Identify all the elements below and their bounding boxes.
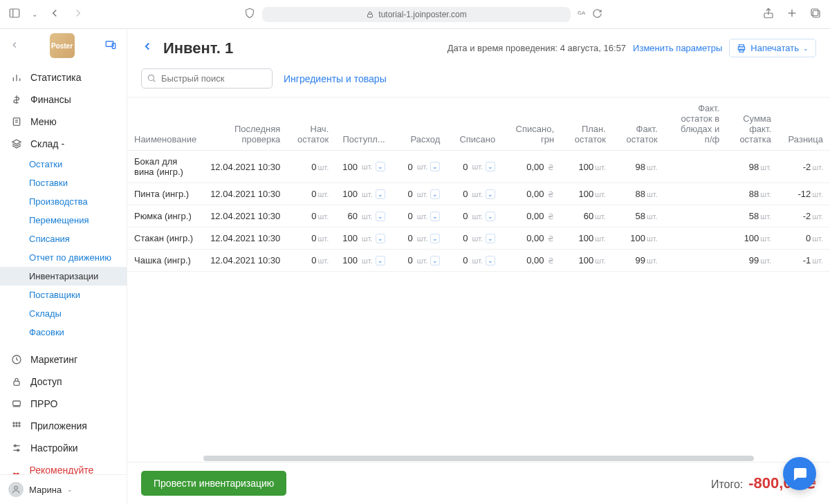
reload-icon[interactable] (592, 8, 602, 21)
nav-finance[interactable]: Финансы (0, 88, 127, 111)
nav-marketing[interactable]: Маркетинг (0, 348, 127, 371)
translate-icon[interactable]: ᴳᴬ (578, 10, 585, 19)
sidebar-toggle-icon[interactable] (8, 7, 21, 21)
nav-sub-movement-report[interactable]: Отчет по движению (0, 248, 127, 267)
table-row[interactable]: Рюмка (ингр.)12.04.2021 10:300шт.60шт.⌄0… (127, 205, 830, 227)
dropdown-icon[interactable]: ⌄ (430, 212, 440, 221)
change-params-link[interactable]: Изменить параметры (633, 43, 722, 53)
th-fact-dish[interactable]: Факт. остаток в блюдах и п/ф (665, 97, 727, 151)
cell-exp: 0шт.⌄ (392, 205, 448, 227)
dropdown-icon[interactable]: ⌄ (486, 256, 495, 265)
cell-fact: 98шт. (613, 151, 665, 183)
nav-sub-ostatki[interactable]: Остатки (0, 155, 127, 174)
cell-fact: 99шт. (613, 250, 665, 272)
nav-back-icon[interactable] (48, 7, 61, 21)
th-exp[interactable]: Расход (392, 97, 448, 151)
dropdown-icon[interactable]: ⌄ (430, 162, 440, 171)
nav-sub-transfers[interactable]: Перемещения (0, 211, 127, 230)
submit-inventory-button[interactable]: Провести инвентаризацию (141, 471, 286, 496)
nav-stats[interactable]: Статистика (0, 66, 127, 88)
th-in[interactable]: Поступл... (335, 97, 391, 151)
dropdown-icon[interactable]: ⌄ (430, 189, 440, 199)
search-input[interactable] (141, 68, 273, 88)
nav-forward-icon[interactable] (72, 7, 84, 21)
dropdown-icon[interactable]: ⌄ (376, 212, 385, 221)
nav-settings[interactable]: Настройки (0, 437, 127, 459)
nav-warehouse[interactable]: Склад - (0, 133, 127, 155)
cell-fact-dish (665, 151, 727, 183)
table-row[interactable]: Пинта (ингр.)12.04.2021 10:300шт.100шт.⌄… (127, 183, 830, 205)
print-button[interactable]: Напечатать ⌄ (729, 39, 816, 57)
nav-sub-packing[interactable]: Фасовки (0, 323, 127, 342)
nav-sub-inventory[interactable]: Инвентаризации (0, 267, 127, 286)
cell-in: 60шт.⌄ (335, 205, 391, 227)
nav-sub-warehouses[interactable]: Склады (0, 304, 127, 323)
nav-menu[interactable]: Меню (0, 111, 127, 133)
cell-in: 100шт.⌄ (335, 250, 391, 272)
page-header: Инвент. 1 Дата и время проведения: 4 авг… (127, 29, 830, 64)
dropdown-icon[interactable]: ⌄ (376, 162, 385, 171)
ingredients-link[interactable]: Ингредиенты и товары (284, 73, 387, 84)
dropdown-icon[interactable]: ⌄ (486, 189, 495, 199)
dropdown-icon[interactable]: ⌄ (376, 189, 385, 199)
devices-icon[interactable] (104, 39, 117, 53)
user-menu[interactable]: Марина ⌄ (0, 474, 127, 504)
cell-exp: 0шт.⌄ (392, 183, 448, 205)
svg-rect-18 (14, 381, 19, 385)
cell-wo-uah: 0,00 ₴ (502, 151, 561, 183)
th-last-check[interactable]: Последняя проверка (203, 97, 287, 151)
toolbar: Ингредиенты и товары (127, 64, 830, 97)
th-fact[interactable]: Факт. остаток (613, 97, 665, 151)
nav-recommend[interactable]: Рекомендуйте Poster (0, 459, 127, 474)
table-wrap[interactable]: Наименование Последняя проверка Нач. ост… (127, 97, 830, 462)
app-logo[interactable]: Poster (50, 33, 75, 58)
th-plan[interactable]: План. остаток (561, 97, 613, 151)
nav-sub-writeoffs[interactable]: Списания (0, 230, 127, 248)
cell-wo: 0шт.⌄ (447, 250, 502, 272)
dropdown-icon[interactable]: ⌄ (486, 234, 495, 243)
collapse-sidebar-icon[interactable] (10, 40, 19, 52)
dropdown-icon[interactable]: ⌄ (376, 256, 385, 265)
nav-access[interactable]: Доступ (0, 371, 127, 393)
table-row[interactable]: Стакан (ингр.)12.04.2021 10:300шт.100шт.… (127, 227, 830, 250)
tabs-icon[interactable] (809, 7, 822, 21)
search-icon (147, 73, 156, 83)
chat-fab[interactable] (783, 457, 816, 490)
nav-sub-postavki[interactable]: Поставки (0, 174, 127, 192)
th-diff[interactable]: Разница (778, 97, 830, 151)
dropdown-icon[interactable]: ⌄ (486, 162, 495, 171)
url-bar[interactable]: tutorial-1.joinposter.com (262, 7, 570, 22)
th-name[interactable]: Наименование (127, 97, 203, 151)
nav-apps[interactable]: Приложения (0, 415, 127, 437)
th-wo-uah[interactable]: Списано, грн (502, 97, 561, 151)
dropdown-icon[interactable]: ⌄ (430, 234, 440, 243)
cell-diff: -1шт. (778, 250, 830, 272)
total-label: Итого: (711, 478, 743, 491)
dropdown-icon[interactable]: ⌄ (486, 212, 495, 221)
dropdown-icon[interactable]: ⌄ (430, 256, 440, 265)
nav-prro[interactable]: ПРРО (0, 393, 127, 415)
header-meta: Дата и время проведения: 4 августа, 16:5… (448, 43, 626, 53)
cell-wo: 0шт.⌄ (447, 183, 502, 205)
nav-sub-suppliers[interactable]: Поставщики (0, 286, 127, 304)
svg-point-23 (19, 422, 20, 424)
inventory-table: Наименование Последняя проверка Нач. ост… (127, 97, 830, 272)
new-tab-icon[interactable] (786, 7, 798, 21)
cell-wo: 0шт.⌄ (447, 151, 502, 183)
shield-icon[interactable] (244, 8, 255, 21)
th-wo[interactable]: Списано (447, 97, 502, 151)
cell-start: 0шт. (287, 183, 335, 205)
back-button[interactable] (141, 40, 154, 56)
nav-sub-production[interactable]: Производства (0, 192, 127, 211)
table-row[interactable]: Чашка (ингр.)12.04.2021 10:300шт.100шт.⌄… (127, 250, 830, 272)
url-text: tutorial-1.joinposter.com (378, 10, 466, 19)
chevron-down-icon[interactable]: ⌄ (32, 10, 37, 18)
th-start[interactable]: Нач. остаток (287, 97, 335, 151)
main-content: Инвент. 1 Дата и время проведения: 4 авг… (127, 29, 830, 504)
share-icon[interactable] (762, 7, 775, 21)
table-row[interactable]: Бокал для вина (ингр.)12.04.2021 10:300ш… (127, 151, 830, 183)
search-wrap (141, 68, 273, 88)
horizontal-scrollbar[interactable] (127, 455, 830, 462)
dropdown-icon[interactable]: ⌄ (376, 234, 385, 243)
th-sum[interactable]: Сумма факт. остатка (726, 97, 778, 151)
